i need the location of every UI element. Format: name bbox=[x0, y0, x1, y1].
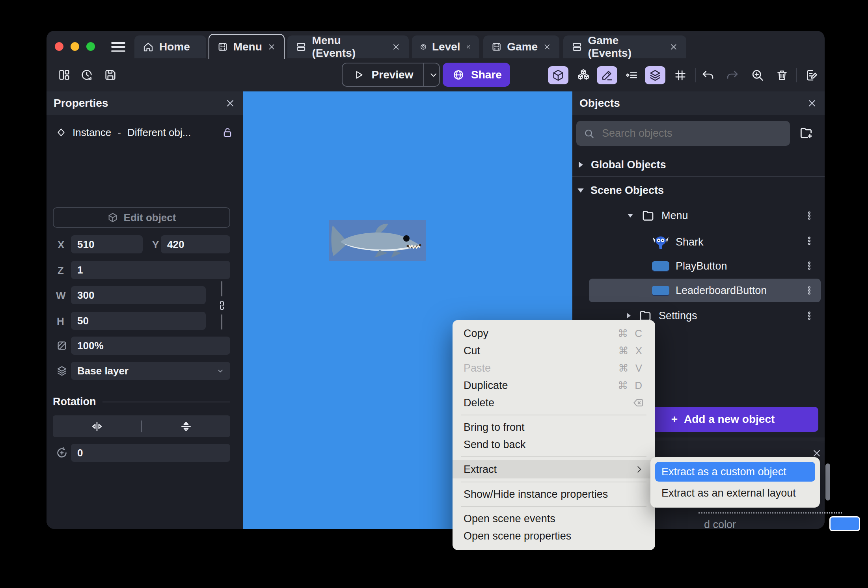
shark-sprite[interactable] bbox=[329, 220, 426, 261]
menu-item-paste[interactable]: Paste ⌘ V bbox=[453, 359, 655, 377]
menu-item-delete[interactable]: Delete bbox=[453, 394, 655, 411]
close-icon[interactable] bbox=[391, 42, 401, 52]
tab-level[interactable]: Level bbox=[412, 35, 479, 58]
submenu-item-extract-custom-object[interactable]: Extract as a custom object bbox=[655, 462, 815, 482]
save-icon[interactable] bbox=[104, 68, 117, 82]
menu-item-bring-to-front[interactable]: Bring to front bbox=[453, 419, 655, 436]
menu-item-extract[interactable]: Extract bbox=[453, 460, 655, 478]
h-input[interactable] bbox=[71, 312, 206, 330]
kebab-menu-icon[interactable] bbox=[804, 309, 814, 322]
share-button[interactable]: Share bbox=[443, 63, 510, 87]
tree-row-playbutton[interactable]: PlayButton bbox=[652, 259, 727, 274]
layers-small-icon bbox=[56, 365, 68, 377]
menu-item-label: Cut bbox=[464, 345, 480, 357]
background-color-swatch[interactable] bbox=[829, 516, 860, 531]
trash-icon[interactable] bbox=[772, 66, 792, 84]
tree-row-leaderboardbutton-selected[interactable]: LeaderboardButton bbox=[589, 279, 821, 302]
edit-scene-icon[interactable] bbox=[802, 66, 822, 84]
tree-item-label: Settings bbox=[659, 310, 697, 322]
scene-objects-section[interactable]: Scene Objects bbox=[576, 183, 664, 197]
events-icon bbox=[295, 41, 307, 53]
y-input[interactable] bbox=[161, 235, 230, 253]
kebab-menu-icon[interactable] bbox=[804, 284, 814, 297]
close-icon[interactable] bbox=[543, 42, 551, 52]
menu-item-label: Paste bbox=[464, 362, 491, 374]
traffic-light-minimize[interactable] bbox=[71, 42, 79, 51]
toolbar-divider bbox=[695, 68, 696, 82]
opacity-input[interactable] bbox=[71, 337, 230, 355]
redo-icon[interactable] bbox=[722, 66, 743, 84]
tab-game-events[interactable]: Game (Events) bbox=[563, 35, 686, 58]
undo-icon[interactable] bbox=[698, 66, 718, 84]
menu-item-open-scene-events[interactable]: Open scene events bbox=[453, 510, 655, 527]
caret-down-icon bbox=[628, 214, 633, 218]
submenu-item-label: Extract as a custom object bbox=[661, 466, 786, 478]
tab-home[interactable]: Home bbox=[134, 35, 206, 58]
layer-select[interactable]: Base layer bbox=[71, 362, 230, 380]
z-input[interactable] bbox=[71, 261, 230, 279]
grid-icon[interactable] bbox=[670, 66, 691, 84]
add-folder-icon[interactable] bbox=[799, 125, 814, 140]
close-icon[interactable] bbox=[466, 42, 471, 52]
tab-game[interactable]: Game bbox=[483, 35, 559, 58]
link-line bbox=[222, 314, 222, 329]
zoom-in-icon[interactable] bbox=[747, 66, 768, 84]
menu-item-label: Copy bbox=[464, 327, 488, 340]
edit-object-button[interactable]: Edit object bbox=[53, 207, 230, 228]
close-icon[interactable] bbox=[225, 98, 236, 109]
edit-object-label: Edit object bbox=[124, 212, 176, 224]
close-icon[interactable] bbox=[807, 98, 818, 109]
menu-divider bbox=[461, 506, 646, 507]
unlock-icon[interactable] bbox=[222, 127, 233, 138]
screenshot-root: Home Menu Menu (Events) Level Game Game … bbox=[0, 0, 868, 588]
objects-icon[interactable] bbox=[573, 66, 594, 84]
w-input[interactable] bbox=[71, 286, 206, 304]
chevron-down-icon[interactable] bbox=[428, 69, 439, 80]
menu-item-show-hide-instance-properties[interactable]: Show/Hide instance properties bbox=[453, 486, 655, 503]
menu-divider bbox=[461, 482, 646, 482]
search-input[interactable] bbox=[601, 127, 783, 140]
kebab-menu-icon[interactable] bbox=[804, 259, 814, 272]
kebab-menu-icon[interactable] bbox=[804, 234, 814, 247]
tab-menu[interactable]: Menu bbox=[209, 34, 285, 59]
instance-label: Instance bbox=[73, 127, 111, 139]
close-icon[interactable] bbox=[669, 42, 678, 52]
menu-item-cut[interactable]: Cut ⌘ X bbox=[453, 342, 655, 359]
traffic-light-zoom[interactable] bbox=[86, 42, 95, 51]
kebab-menu-icon[interactable] bbox=[804, 209, 814, 222]
tree-item-label: LeaderboardButton bbox=[676, 285, 767, 297]
tab-menu-events[interactable]: Menu (Events) bbox=[287, 35, 409, 58]
tree-row-menu-folder[interactable]: Menu bbox=[626, 208, 688, 223]
dock-layout-icon[interactable] bbox=[58, 68, 71, 82]
pencil-icon[interactable] bbox=[597, 66, 617, 84]
link-wh-icon[interactable] bbox=[216, 300, 228, 311]
close-icon[interactable] bbox=[267, 42, 276, 52]
flip-vertical-button[interactable] bbox=[142, 420, 230, 433]
menu-item-label: Delete bbox=[464, 397, 494, 409]
menu-item-label: Bring to front bbox=[464, 421, 525, 434]
tree-row-shark[interactable]: Shark bbox=[652, 233, 704, 251]
menu-shortcut: ⌘ D bbox=[618, 380, 644, 392]
rotation-input[interactable] bbox=[71, 444, 230, 462]
add-new-object-button[interactable]: + Add a new object bbox=[628, 407, 818, 432]
scrollbar-thumb[interactable] bbox=[825, 463, 830, 501]
menu-item-copy[interactable]: Copy ⌘ C bbox=[453, 325, 655, 342]
submenu-item-extract-external-layout[interactable]: Extract as an external layout bbox=[655, 483, 815, 503]
menu-item-label: Send to back bbox=[464, 439, 526, 451]
traffic-light-close[interactable] bbox=[55, 42, 63, 51]
menu-divider bbox=[461, 456, 646, 457]
play-icon[interactable] bbox=[353, 69, 365, 81]
instances-list-icon[interactable] bbox=[621, 66, 642, 84]
history-icon[interactable] bbox=[80, 68, 93, 82]
flip-horizontal-button[interactable] bbox=[53, 420, 141, 433]
x-input[interactable] bbox=[71, 235, 143, 253]
cube-icon[interactable] bbox=[548, 66, 568, 84]
preview-button[interactable]: Preview bbox=[372, 69, 414, 81]
menu-item-duplicate[interactable]: Duplicate ⌘ D bbox=[453, 377, 655, 394]
layers-icon[interactable] bbox=[645, 66, 665, 84]
tab-label: Game bbox=[507, 41, 538, 53]
global-objects-section[interactable]: Global Objects bbox=[578, 158, 666, 172]
hamburger-menu-icon[interactable] bbox=[111, 42, 125, 52]
menu-item-send-to-back[interactable]: Send to back bbox=[453, 436, 655, 453]
menu-item-open-scene-properties[interactable]: Open scene properties bbox=[453, 527, 655, 545]
